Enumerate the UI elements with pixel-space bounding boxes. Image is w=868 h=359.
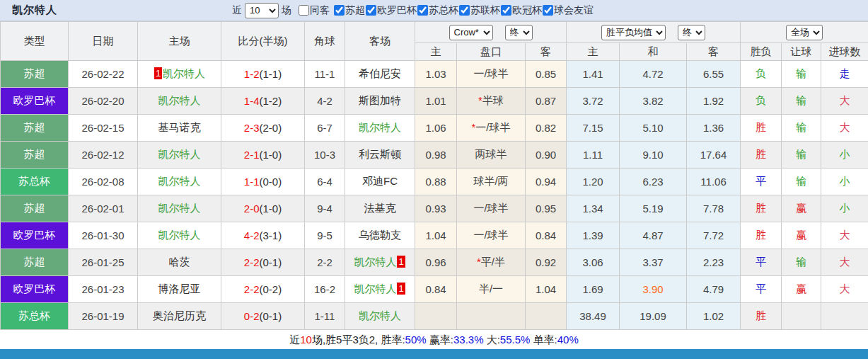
league-filter-checkbox[interactable] (417, 5, 428, 16)
goals-result-cell: 大 (821, 276, 868, 303)
recent-label: 近 (232, 4, 242, 17)
score-cell: 2-3(2-0) (221, 115, 305, 142)
summary-part: 50% (405, 334, 427, 346)
home-team-cell: 凯尔特人 (138, 195, 221, 222)
away-team-cell: 乌德勒支 (345, 222, 415, 249)
subheader-result: 胜负 (741, 43, 782, 61)
date-cell: 26-02-08 (69, 169, 138, 195)
fulltime-score: 2-2 (244, 283, 260, 295)
avg-away-cell: 6.55 (687, 61, 741, 88)
handicap-result-cell: 赢 (782, 276, 821, 303)
date-cell: 26-01-30 (69, 222, 138, 249)
match-result-cell: 胜 (741, 115, 782, 142)
corner-cell: 11-1 (305, 61, 345, 88)
league-cell: 欧罗巴杯 (1, 222, 69, 249)
match-result-cell: 负 (741, 61, 782, 88)
home-team-cell: 凯尔特人 (138, 88, 221, 115)
corner-cell: 6-4 (305, 169, 345, 195)
fulltime-score: 2-2 (244, 256, 260, 268)
recent-count-select[interactable]: 10 (245, 3, 279, 18)
halftime-score: (0-1) (260, 256, 282, 268)
avg-away-cell: 4.79 (687, 276, 741, 303)
home-team-cell: 凯尔特人 (138, 222, 221, 249)
avg-home-cell: 1.20 (567, 169, 620, 195)
corner-cell: 4-2 (305, 88, 345, 115)
away-odds-cell: 0.85 (526, 61, 567, 88)
corner-cell: 1-11 (305, 303, 345, 330)
goals-result-cell: 走 (821, 61, 868, 88)
table-row: 苏总杯26-01-19奥治尼历克0-2(0-1)1-11凯尔特人38.4919.… (1, 303, 868, 330)
home-odds-cell: 0.84 (415, 276, 457, 303)
subheader-goals-result: 进球数 (821, 43, 868, 61)
subheader-odds-home: 主 (415, 43, 457, 61)
subheader-avg-home: 主 (567, 43, 620, 61)
handicap-cell: 一/球半 (457, 222, 526, 249)
match-result-cell: 胜 (741, 222, 782, 249)
league-filter-list: 同客苏超欧罗巴杯苏总杯苏联杯欧冠杯球会友谊 (294, 4, 594, 17)
home-odds-cell: 0.98 (415, 142, 457, 169)
record-summary: 近10场,胜5平3负2, 胜率:50% 赢率:33.3% 大:55.5% 单率:… (0, 330, 868, 349)
column-header-date: 日期 (69, 22, 138, 61)
avg-draw-cell: 9.10 (620, 142, 687, 169)
away-odds-cell: 0.87 (526, 88, 567, 115)
avg-home-cell: 1.69 (567, 276, 620, 303)
handicap-cell (457, 303, 526, 330)
avg-draw-cell: 3.37 (620, 249, 687, 276)
away-team-cell: 凯尔特人 (345, 303, 415, 330)
handicap-value: 半球 (482, 94, 504, 106)
average-type-select[interactable]: 胜平负均值 (601, 25, 666, 40)
home-team-cell: 基马诺克 (138, 115, 221, 142)
handicap-result-cell: 输 (782, 169, 821, 195)
goals-result-cell: 小 (821, 169, 868, 195)
subheader-avg-draw: 和 (620, 43, 687, 61)
away-team-cell: 凯尔特人1 (345, 276, 415, 303)
league-filter-checkbox[interactable] (334, 5, 345, 16)
score-cell: 0-2(0-1) (221, 303, 305, 330)
away-team-name: 邓迪FC (362, 175, 398, 187)
match-result-cell: 平 (741, 169, 782, 195)
table-row: 苏超26-02-01凯尔特人2-0(1-0)9-4法基克0.93一/球半0.95… (1, 195, 868, 222)
scope-select[interactable]: 全场 (786, 25, 823, 40)
away-team-cell: 法基克 (345, 195, 415, 222)
average-stage-select[interactable]: 终 (678, 25, 705, 40)
home-team-cell: 1凯尔特人 (138, 61, 221, 88)
away-team-name: 希伯尼安 (359, 67, 401, 79)
handicap-result-cell: 输 (782, 249, 821, 276)
odds-company-select[interactable]: Crow* (449, 25, 493, 40)
league-filter-checkbox[interactable] (459, 5, 470, 16)
odds-stage-select[interactable]: 终 (505, 25, 533, 40)
average-odds-group-header: 胜平负均值 终 (567, 22, 741, 43)
league-filter: 苏超 (334, 4, 365, 17)
score-cell: 2-0(1-0) (221, 195, 305, 222)
away-odds-cell: 0.92 (526, 249, 567, 276)
match-result-cell: 平 (741, 249, 782, 276)
away-team-name: 斯图加特 (359, 94, 401, 106)
halftime-score: (2-0) (260, 122, 282, 134)
corner-cell: 16-2 (305, 276, 345, 303)
away-team-cell: 斯图加特 (345, 88, 415, 115)
league-cell: 苏总杯 (1, 303, 69, 330)
handicap-value: 一/球半 (473, 202, 508, 214)
league-filter-checkbox[interactable] (501, 5, 511, 16)
red-number-badge: 1 (397, 283, 405, 295)
goals-result-cell: 大 (821, 249, 868, 276)
table-row: 欧罗巴杯26-01-30凯尔特人4-2(3-1)9-5乌德勒支1.04一/球半0… (1, 222, 868, 249)
fulltime-score: 4-2 (244, 229, 260, 241)
avg-away-cell: 7.78 (687, 195, 741, 222)
fulltime-score: 0-2 (244, 310, 260, 322)
score-cell: 4-2(3-1) (221, 222, 305, 249)
date-cell: 26-01-25 (69, 249, 138, 276)
league-filter-checkbox[interactable] (543, 5, 553, 16)
league-filter: 欧罗巴杯 (366, 4, 417, 17)
corner-cell: 2-2 (305, 249, 345, 276)
home-odds-cell: 1.01 (415, 88, 457, 115)
league-filter-checkbox[interactable] (366, 5, 376, 16)
league-filter-checkbox[interactable] (299, 5, 309, 16)
halftime-score: (1-2) (260, 95, 282, 107)
league-cell: 苏超 (1, 195, 69, 222)
date-cell: 26-02-01 (69, 195, 138, 222)
league-filter: 球会友谊 (543, 4, 594, 17)
home-odds-cell: 1.04 (415, 222, 457, 249)
league-filter-label: 苏超 (345, 4, 365, 17)
fulltime-score: 1-2 (244, 68, 260, 80)
